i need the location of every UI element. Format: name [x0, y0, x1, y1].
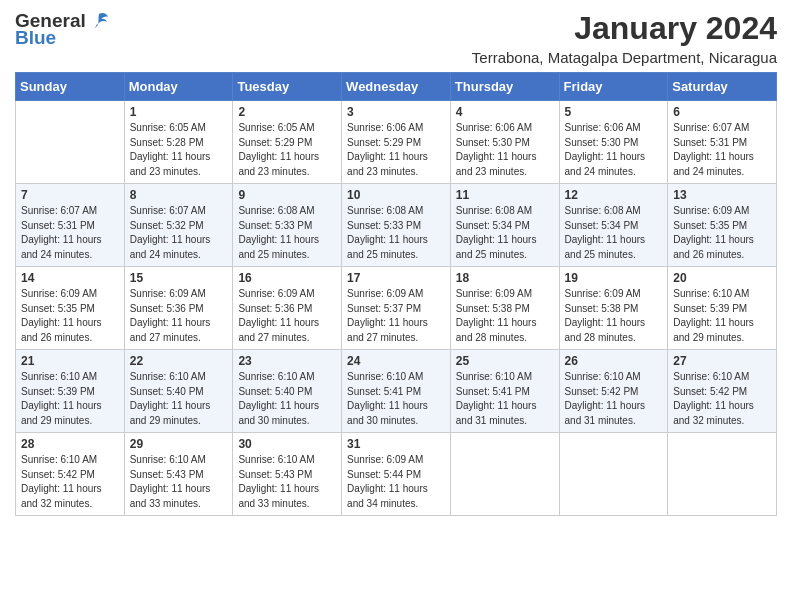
day-info: Sunrise: 6:09 AMSunset: 5:38 PMDaylight:…	[565, 287, 663, 345]
day-number: 28	[21, 437, 119, 451]
day-number: 30	[238, 437, 336, 451]
day-number: 3	[347, 105, 445, 119]
day-cell: 19Sunrise: 6:09 AMSunset: 5:38 PMDayligh…	[559, 267, 668, 350]
header-cell-wednesday: Wednesday	[342, 73, 451, 101]
day-cell: 12Sunrise: 6:08 AMSunset: 5:34 PMDayligh…	[559, 184, 668, 267]
week-row-2: 7Sunrise: 6:07 AMSunset: 5:31 PMDaylight…	[16, 184, 777, 267]
day-info: Sunrise: 6:10 AMSunset: 5:39 PMDaylight:…	[673, 287, 771, 345]
day-cell: 11Sunrise: 6:08 AMSunset: 5:34 PMDayligh…	[450, 184, 559, 267]
header-cell-sunday: Sunday	[16, 73, 125, 101]
day-cell: 26Sunrise: 6:10 AMSunset: 5:42 PMDayligh…	[559, 350, 668, 433]
day-number: 22	[130, 354, 228, 368]
day-info: Sunrise: 6:09 AMSunset: 5:35 PMDaylight:…	[673, 204, 771, 262]
day-number: 2	[238, 105, 336, 119]
day-cell	[450, 433, 559, 516]
day-cell	[559, 433, 668, 516]
day-number: 14	[21, 271, 119, 285]
day-cell: 3Sunrise: 6:06 AMSunset: 5:29 PMDaylight…	[342, 101, 451, 184]
week-row-1: 1Sunrise: 6:05 AMSunset: 5:28 PMDaylight…	[16, 101, 777, 184]
day-info: Sunrise: 6:10 AMSunset: 5:39 PMDaylight:…	[21, 370, 119, 428]
day-info: Sunrise: 6:06 AMSunset: 5:30 PMDaylight:…	[456, 121, 554, 179]
day-info: Sunrise: 6:09 AMSunset: 5:44 PMDaylight:…	[347, 453, 445, 511]
day-cell: 9Sunrise: 6:08 AMSunset: 5:33 PMDaylight…	[233, 184, 342, 267]
day-cell: 21Sunrise: 6:10 AMSunset: 5:39 PMDayligh…	[16, 350, 125, 433]
day-info: Sunrise: 6:08 AMSunset: 5:34 PMDaylight:…	[565, 204, 663, 262]
day-info: Sunrise: 6:09 AMSunset: 5:38 PMDaylight:…	[456, 287, 554, 345]
day-number: 13	[673, 188, 771, 202]
logo-bird-icon	[88, 10, 110, 32]
day-number: 15	[130, 271, 228, 285]
day-info: Sunrise: 6:09 AMSunset: 5:35 PMDaylight:…	[21, 287, 119, 345]
day-cell: 6Sunrise: 6:07 AMSunset: 5:31 PMDaylight…	[668, 101, 777, 184]
day-info: Sunrise: 6:10 AMSunset: 5:42 PMDaylight:…	[565, 370, 663, 428]
day-number: 24	[347, 354, 445, 368]
week-row-4: 21Sunrise: 6:10 AMSunset: 5:39 PMDayligh…	[16, 350, 777, 433]
day-number: 5	[565, 105, 663, 119]
day-cell: 20Sunrise: 6:10 AMSunset: 5:39 PMDayligh…	[668, 267, 777, 350]
day-cell: 24Sunrise: 6:10 AMSunset: 5:41 PMDayligh…	[342, 350, 451, 433]
calendar-table: SundayMondayTuesdayWednesdayThursdayFrid…	[15, 72, 777, 516]
day-info: Sunrise: 6:05 AMSunset: 5:29 PMDaylight:…	[238, 121, 336, 179]
header-cell-tuesday: Tuesday	[233, 73, 342, 101]
day-cell: 1Sunrise: 6:05 AMSunset: 5:28 PMDaylight…	[124, 101, 233, 184]
page-header: General Blue January 2024 Terrabona, Mat…	[15, 10, 777, 66]
day-number: 29	[130, 437, 228, 451]
day-cell: 7Sunrise: 6:07 AMSunset: 5:31 PMDaylight…	[16, 184, 125, 267]
header-row: SundayMondayTuesdayWednesdayThursdayFrid…	[16, 73, 777, 101]
day-cell: 22Sunrise: 6:10 AMSunset: 5:40 PMDayligh…	[124, 350, 233, 433]
day-number: 8	[130, 188, 228, 202]
location-subtitle: Terrabona, Matagalpa Department, Nicarag…	[472, 49, 777, 66]
day-cell: 14Sunrise: 6:09 AMSunset: 5:35 PMDayligh…	[16, 267, 125, 350]
day-number: 16	[238, 271, 336, 285]
day-cell: 30Sunrise: 6:10 AMSunset: 5:43 PMDayligh…	[233, 433, 342, 516]
day-number: 18	[456, 271, 554, 285]
calendar-body: 1Sunrise: 6:05 AMSunset: 5:28 PMDaylight…	[16, 101, 777, 516]
day-info: Sunrise: 6:07 AMSunset: 5:31 PMDaylight:…	[21, 204, 119, 262]
day-number: 31	[347, 437, 445, 451]
day-cell: 25Sunrise: 6:10 AMSunset: 5:41 PMDayligh…	[450, 350, 559, 433]
day-cell: 2Sunrise: 6:05 AMSunset: 5:29 PMDaylight…	[233, 101, 342, 184]
day-cell: 28Sunrise: 6:10 AMSunset: 5:42 PMDayligh…	[16, 433, 125, 516]
day-info: Sunrise: 6:10 AMSunset: 5:42 PMDaylight:…	[673, 370, 771, 428]
day-info: Sunrise: 6:09 AMSunset: 5:37 PMDaylight:…	[347, 287, 445, 345]
day-info: Sunrise: 6:08 AMSunset: 5:34 PMDaylight:…	[456, 204, 554, 262]
day-cell: 15Sunrise: 6:09 AMSunset: 5:36 PMDayligh…	[124, 267, 233, 350]
day-cell: 4Sunrise: 6:06 AMSunset: 5:30 PMDaylight…	[450, 101, 559, 184]
day-number: 21	[21, 354, 119, 368]
day-number: 23	[238, 354, 336, 368]
day-info: Sunrise: 6:10 AMSunset: 5:40 PMDaylight:…	[130, 370, 228, 428]
day-info: Sunrise: 6:06 AMSunset: 5:30 PMDaylight:…	[565, 121, 663, 179]
day-cell: 27Sunrise: 6:10 AMSunset: 5:42 PMDayligh…	[668, 350, 777, 433]
day-number: 25	[456, 354, 554, 368]
day-cell: 23Sunrise: 6:10 AMSunset: 5:40 PMDayligh…	[233, 350, 342, 433]
day-number: 20	[673, 271, 771, 285]
day-info: Sunrise: 6:10 AMSunset: 5:43 PMDaylight:…	[238, 453, 336, 511]
day-info: Sunrise: 6:08 AMSunset: 5:33 PMDaylight:…	[238, 204, 336, 262]
day-number: 17	[347, 271, 445, 285]
day-number: 9	[238, 188, 336, 202]
title-block: January 2024 Terrabona, Matagalpa Depart…	[472, 10, 777, 66]
day-cell	[16, 101, 125, 184]
day-number: 6	[673, 105, 771, 119]
header-cell-thursday: Thursday	[450, 73, 559, 101]
day-cell: 13Sunrise: 6:09 AMSunset: 5:35 PMDayligh…	[668, 184, 777, 267]
day-info: Sunrise: 6:10 AMSunset: 5:43 PMDaylight:…	[130, 453, 228, 511]
day-cell: 5Sunrise: 6:06 AMSunset: 5:30 PMDaylight…	[559, 101, 668, 184]
day-cell: 31Sunrise: 6:09 AMSunset: 5:44 PMDayligh…	[342, 433, 451, 516]
day-number: 4	[456, 105, 554, 119]
day-cell: 18Sunrise: 6:09 AMSunset: 5:38 PMDayligh…	[450, 267, 559, 350]
day-cell: 16Sunrise: 6:09 AMSunset: 5:36 PMDayligh…	[233, 267, 342, 350]
day-number: 27	[673, 354, 771, 368]
day-cell	[668, 433, 777, 516]
day-info: Sunrise: 6:06 AMSunset: 5:29 PMDaylight:…	[347, 121, 445, 179]
day-info: Sunrise: 6:10 AMSunset: 5:41 PMDaylight:…	[456, 370, 554, 428]
calendar-header: SundayMondayTuesdayWednesdayThursdayFrid…	[16, 73, 777, 101]
logo-blue-text: Blue	[15, 28, 56, 49]
day-number: 10	[347, 188, 445, 202]
day-info: Sunrise: 6:09 AMSunset: 5:36 PMDaylight:…	[130, 287, 228, 345]
day-info: Sunrise: 6:07 AMSunset: 5:32 PMDaylight:…	[130, 204, 228, 262]
week-row-5: 28Sunrise: 6:10 AMSunset: 5:42 PMDayligh…	[16, 433, 777, 516]
day-number: 19	[565, 271, 663, 285]
header-cell-monday: Monday	[124, 73, 233, 101]
day-info: Sunrise: 6:09 AMSunset: 5:36 PMDaylight:…	[238, 287, 336, 345]
